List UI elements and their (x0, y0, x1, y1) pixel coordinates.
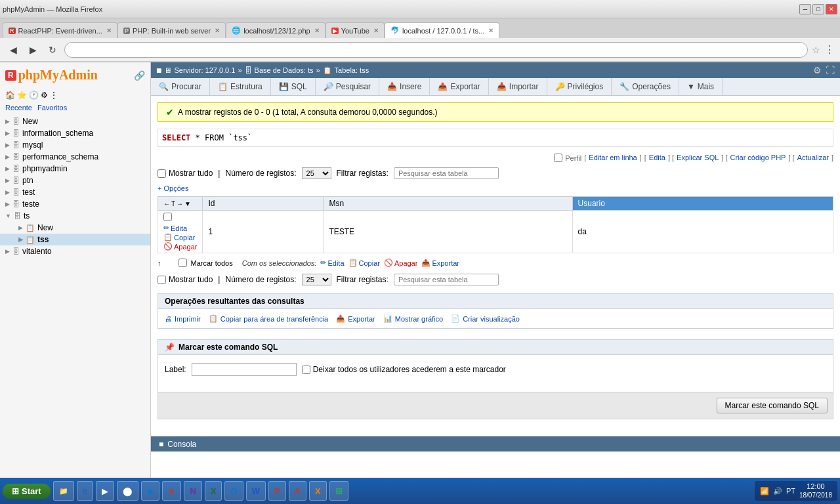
actualize-link[interactable]: Actualizar (797, 154, 829, 162)
bulk-export-icon: 📤 (421, 259, 430, 267)
col-header-id[interactable]: Id (203, 197, 324, 211)
db-item-teste[interactable]: ▶ 🗄 teste (0, 198, 150, 210)
row-checkbox[interactable] (163, 213, 172, 221)
settings-icon[interactable]: ⚙ (41, 91, 48, 100)
db-label: Base de Dados: ts (255, 66, 314, 74)
db-item-information[interactable]: ▶ 🗄 information_schema (0, 127, 150, 139)
bracket-close: ] (640, 154, 642, 162)
delete-icon: 🚫 (163, 242, 173, 251)
back-button[interactable]: ◀ (5, 42, 21, 58)
bulk-export-link[interactable]: 📤 Exportar (421, 259, 459, 267)
filter-input-top[interactable] (394, 167, 499, 179)
db-item-phpmyadmin[interactable]: ▶ 🗄 phpmyadmin (0, 163, 150, 175)
op-view[interactable]: 📄 Criar visualização (451, 314, 520, 323)
create-php-link[interactable]: Criar código PHP (730, 154, 786, 162)
bulk-copy-link[interactable]: 📋 Copiar (348, 259, 380, 267)
reload-button[interactable]: ↻ (45, 42, 60, 58)
filter-input-bottom[interactable] (394, 274, 499, 285)
public-checkbox[interactable] (302, 366, 310, 374)
close-button[interactable]: ✕ (826, 4, 837, 14)
tab-importar[interactable]: 📥 Importar (489, 78, 547, 95)
expand-header-icon[interactable]: ⛶ (826, 65, 835, 75)
mark-all-checkbox[interactable] (178, 259, 187, 267)
favorites-link[interactable]: Favoritos (37, 104, 67, 112)
tab-mais[interactable]: ▼ Mais (679, 78, 723, 95)
more-icon[interactable]: ⋮ (50, 91, 58, 100)
tab-sql[interactable]: 💾 SQL (271, 78, 316, 95)
recent-link[interactable]: Recente (5, 104, 32, 112)
tab-close-1[interactable]: ✕ (106, 27, 112, 34)
db-item-test[interactable]: ▶ 🗄 test (0, 186, 150, 198)
bookmark-submit-button[interactable]: Marcar este comando SQL (717, 398, 828, 413)
tab-estrutura[interactable]: 📋 Estrutura (210, 78, 271, 95)
bookmark-label-input[interactable] (192, 363, 297, 376)
forward-button[interactable]: ▶ (25, 42, 41, 58)
row-edit-label: Edita (171, 224, 187, 232)
tab-operacoes[interactable]: 🔧 Operações (612, 78, 679, 95)
tab-reactphp[interactable]: R ReactPHP: Event-driven... ✕ (3, 22, 117, 38)
db-item-ts[interactable]: ▼ 🗄 ts (0, 210, 150, 222)
db-item-mysql[interactable]: ▶ 🗄 mysql (0, 139, 150, 151)
tab-close-3[interactable]: ✕ (314, 27, 320, 34)
expand-icon-test: ▶ (5, 189, 10, 196)
success-icon: ✔ (166, 107, 174, 117)
tab-php[interactable]: P PHP: Built-in web server ✕ (117, 22, 226, 38)
minimize-icon[interactable]: ■ (156, 65, 161, 75)
options-link[interactable]: + Opções (158, 184, 833, 192)
db-item-vitalento[interactable]: ▶ 🗄 vitalento (0, 245, 150, 257)
db-icon-ptn: 🗄 (12, 177, 20, 184)
ts-child-new[interactable]: ▶ 📋 New (0, 222, 150, 234)
db-item-new[interactable]: ▶ 🗄 New (0, 116, 150, 127)
tab-exportar[interactable]: 📤 Exportar (430, 78, 488, 95)
tab-phpmyadmin[interactable]: 🐬 localhost / 127.0.0.1 / ts... ✕ (385, 22, 499, 38)
console-bar[interactable]: ■ Consola (151, 436, 840, 452)
tab-privilegios[interactable]: 🔑 Privilégios (547, 78, 612, 95)
bookmark-star[interactable]: ☆ (812, 45, 820, 55)
op-export[interactable]: 📤 Exportar (336, 314, 375, 323)
show-all-checkbox-bottom[interactable] (158, 276, 166, 284)
col-header-usuario[interactable]: Usuario (572, 197, 833, 211)
minimize-button[interactable]: ─ (799, 4, 811, 14)
mark-all-label: Marcar todos (191, 259, 233, 267)
separator-1: [ (644, 154, 646, 162)
db-item-ptn[interactable]: ▶ 🗄 ptn (0, 175, 150, 186)
explain-link[interactable]: Explicar SQL (677, 154, 719, 162)
row-copy-link[interactable]: 📋 Copiar (163, 233, 195, 242)
tab-close-2[interactable]: ✕ (215, 27, 220, 34)
edit-inline-link[interactable]: Editar em linha (589, 154, 637, 162)
records-select-top[interactable]: 25 50 100 (302, 167, 331, 179)
ts-child-tss[interactable]: ▶ 📋 tss (0, 234, 150, 245)
settings-header-icon[interactable]: ⚙ (813, 65, 822, 75)
edit-link[interactable]: Edita (649, 154, 665, 162)
db-item-performance[interactable]: ▶ 🗄 performance_schema (0, 151, 150, 163)
db-icon-pma: 🗄 (12, 165, 20, 173)
profile-checkbox[interactable] (554, 154, 562, 162)
address-input[interactable]: localhost/phpmyadmin/sql.php?db=ts&table… (64, 42, 808, 58)
col-header-msn[interactable]: Msn (324, 197, 572, 211)
bulk-edit-link[interactable]: ✏ Edita (320, 259, 344, 267)
records-select-bottom[interactable]: 25 50 100 (302, 274, 331, 285)
star-icon[interactable]: ⭐ (17, 91, 27, 100)
tab-close-4[interactable]: ✕ (373, 27, 379, 34)
separator-3: ] [ (721, 154, 727, 162)
arrow-1: » (238, 66, 242, 74)
op-print[interactable]: 🖨 Imprimir (165, 314, 201, 323)
recent-icon[interactable]: 🕐 (29, 91, 39, 100)
tab-youtube[interactable]: ▶ YouTube ✕ (326, 22, 385, 38)
tab-localhost123[interactable]: 🌐 localhost/123/12.php ✕ (226, 22, 326, 38)
menu-icon[interactable]: ⋮ (824, 43, 835, 56)
op-chart[interactable]: 📊 Mostrar gráfico (383, 314, 443, 323)
tab-close-5[interactable]: ✕ (488, 27, 494, 34)
tab-procurar[interactable]: 🔍 Procurar (151, 78, 210, 95)
tab-favicon-1: R (9, 28, 16, 34)
col-dropdown-icon[interactable]: ▼ (184, 200, 191, 207)
bulk-delete-link[interactable]: 🚫 Apagar (384, 259, 417, 267)
show-all-checkbox-top[interactable] (158, 169, 166, 178)
row-delete-link[interactable]: 🚫 Apagar (163, 242, 197, 251)
maximize-button[interactable]: □ (812, 4, 824, 14)
op-clipboard[interactable]: 📋 Copiar para área de transferência (209, 314, 328, 323)
tab-pesquisar[interactable]: 🔎 Pesquisar (316, 78, 379, 95)
row-edit-link[interactable]: ✏ Edita (163, 224, 187, 232)
home-icon[interactable]: 🏠 (5, 91, 15, 100)
tab-insere[interactable]: 📥 Insere (379, 78, 430, 95)
